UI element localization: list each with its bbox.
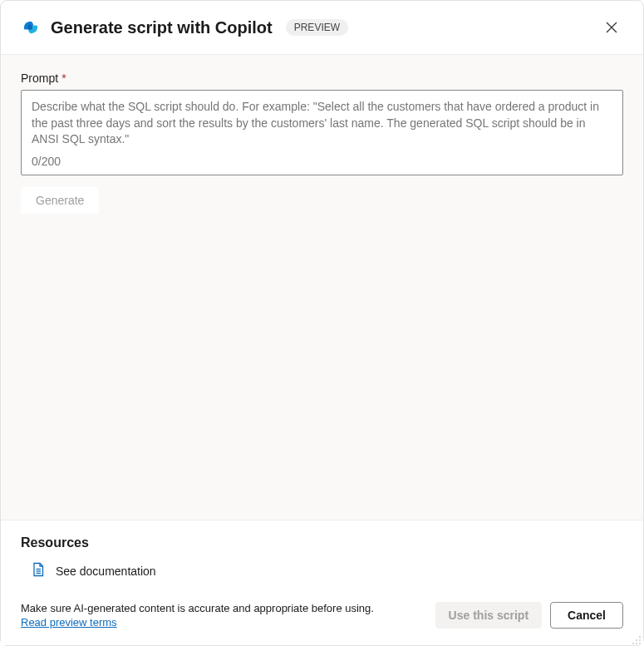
preview-terms-link[interactable]: Read preview terms <box>21 616 117 629</box>
preview-badge: PREVIEW <box>286 19 348 36</box>
close-button[interactable] <box>600 16 623 39</box>
panel-title: Generate script with Copilot <box>51 18 273 37</box>
resources-heading: Resources <box>21 535 623 550</box>
copilot-icon <box>21 17 41 37</box>
documentation-link-label: See documentation <box>56 565 156 578</box>
content-area: Prompt * 0/200 Generate <box>1 54 643 520</box>
copilot-panel: Generate script with Copilot PREVIEW Pro… <box>0 0 644 646</box>
prompt-input-container: 0/200 <box>21 90 623 175</box>
close-icon <box>605 21 618 34</box>
document-icon <box>31 562 46 580</box>
prompt-label: Prompt <box>21 72 58 85</box>
disclaimer-text: Make sure AI-generated content is accura… <box>21 602 425 614</box>
documentation-link[interactable]: See documentation <box>21 562 623 580</box>
prompt-input[interactable] <box>32 99 612 148</box>
footer-bottom-row: Make sure AI-generated content is accura… <box>21 602 623 629</box>
action-buttons: Use this script Cancel <box>435 602 623 629</box>
required-indicator: * <box>61 72 66 85</box>
character-counter: 0/200 <box>32 155 612 168</box>
disclaimer-block: Make sure AI-generated content is accura… <box>21 602 425 629</box>
cancel-button[interactable]: Cancel <box>550 602 623 629</box>
prompt-label-row: Prompt * <box>21 72 623 85</box>
panel-footer: Resources See documentation Make sure AI… <box>1 520 643 645</box>
use-script-button[interactable]: Use this script <box>435 602 542 629</box>
panel-header: Generate script with Copilot PREVIEW <box>1 1 643 54</box>
generate-button[interactable]: Generate <box>21 187 99 214</box>
